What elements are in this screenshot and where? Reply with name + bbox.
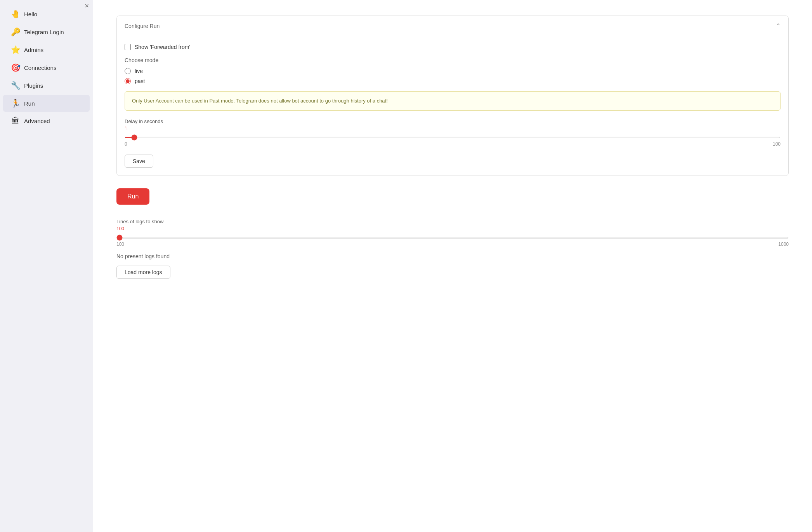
sidebar-item-plugins[interactable]: 🔧Plugins <box>3 77 90 94</box>
run-icon: 🏃 <box>11 99 20 108</box>
logs-max: 1000 <box>778 242 789 247</box>
warning-box: Only User Account can be used in Past mo… <box>125 91 781 111</box>
mode-past-row: past <box>125 78 781 84</box>
delay-min: 0 <box>125 141 127 147</box>
mode-radio-group: live past <box>125 68 781 84</box>
no-logs-text: No present logs found <box>116 253 789 259</box>
sidebar-item-label-hello: Hello <box>24 11 37 17</box>
sidebar-item-admins[interactable]: ⭐Admins <box>3 41 90 58</box>
load-more-button[interactable]: Load more logs <box>116 266 170 279</box>
sidebar: × 🤚Hello🔑Telegram Login⭐Admins🎯Connectio… <box>0 0 93 532</box>
sidebar-nav: 🤚Hello🔑Telegram Login⭐Admins🎯Connections… <box>0 5 93 130</box>
save-button[interactable]: Save <box>125 155 153 168</box>
logs-min: 100 <box>116 242 124 247</box>
forwarded-from-checkbox[interactable] <box>125 44 131 50</box>
chevron-up-icon[interactable]: ⌃ <box>776 22 781 30</box>
warning-text: Only User Account can be used in Past mo… <box>132 97 773 105</box>
logs-minmax: 100 1000 <box>116 242 789 247</box>
logs-section: Lines of logs to show 100 100 1000 No pr… <box>116 219 789 279</box>
delay-label: Delay in seconds <box>125 118 781 124</box>
sidebar-item-label-telegram-login: Telegram Login <box>24 29 64 35</box>
run-button[interactable]: Run <box>116 188 149 205</box>
telegram-login-icon: 🔑 <box>11 27 20 37</box>
delay-max: 100 <box>773 141 781 147</box>
main-content: Configure Run ⌃ Show 'Forwarded from' Ch… <box>93 0 812 532</box>
sidebar-item-telegram-login[interactable]: 🔑Telegram Login <box>3 23 90 40</box>
logs-slider-value: 100 <box>116 226 789 231</box>
sidebar-item-run[interactable]: 🏃Run <box>3 95 90 112</box>
delay-section: Delay in seconds 1 0 100 <box>125 118 781 147</box>
advanced-icon: 🏛 <box>11 116 20 125</box>
forwarded-from-label[interactable]: Show 'Forwarded from' <box>135 44 190 50</box>
mode-past-radio[interactable] <box>125 78 131 84</box>
hello-icon: 🤚 <box>11 9 20 19</box>
delay-slider-value: 1 <box>125 126 781 131</box>
sidebar-item-label-plugins: Plugins <box>24 82 43 89</box>
forwarded-from-row: Show 'Forwarded from' <box>125 44 781 50</box>
choose-mode-label: Choose mode <box>125 57 781 63</box>
mode-live-row: live <box>125 68 781 74</box>
configure-run-card: Configure Run ⌃ Show 'Forwarded from' Ch… <box>116 16 789 176</box>
connections-icon: 🎯 <box>11 63 20 72</box>
close-button[interactable]: × <box>85 2 89 9</box>
card-body: Show 'Forwarded from' Choose mode live p… <box>117 36 788 176</box>
sidebar-item-label-admins: Admins <box>24 47 43 53</box>
sidebar-item-connections[interactable]: 🎯Connections <box>3 59 90 76</box>
logs-slider[interactable] <box>116 237 789 238</box>
delay-slider[interactable] <box>125 137 781 138</box>
sidebar-item-advanced[interactable]: 🏛Advanced <box>3 113 90 129</box>
sidebar-item-hello[interactable]: 🤚Hello <box>3 5 90 23</box>
mode-past-label[interactable]: past <box>135 78 145 84</box>
logs-slider-container <box>116 233 789 240</box>
card-title: Configure Run <box>125 23 160 29</box>
mode-live-label[interactable]: live <box>135 68 143 74</box>
sidebar-item-label-run: Run <box>24 100 35 107</box>
logs-label: Lines of logs to show <box>116 219 789 224</box>
delay-minmax: 0 100 <box>125 141 781 147</box>
card-header: Configure Run ⌃ <box>117 16 788 36</box>
plugins-icon: 🔧 <box>11 81 20 90</box>
sidebar-item-label-connections: Connections <box>24 64 56 71</box>
admins-icon: ⭐ <box>11 45 20 54</box>
mode-live-radio[interactable] <box>125 68 131 74</box>
sidebar-item-label-advanced: Advanced <box>24 118 50 124</box>
delay-slider-container <box>125 133 781 140</box>
